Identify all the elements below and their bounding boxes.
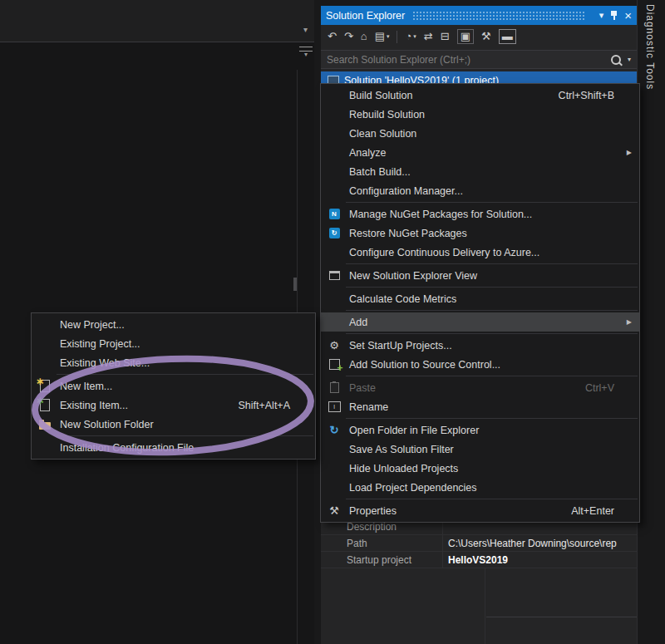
- solution-explorer-titlebar[interactable]: Solution Explorer ▾ ×: [321, 6, 637, 25]
- show-all-files-button[interactable]: ▬: [499, 29, 516, 44]
- menu-item-new-item[interactable]: ∗ New Item...: [32, 376, 315, 396]
- nuget-restore-icon-glyph: ↻: [329, 228, 340, 238]
- filter-dropdown-button[interactable]: ◔ ▾: [405, 31, 416, 42]
- sparkle-icon: ∗: [36, 395, 44, 406]
- diagnostic-tools-strip: Diagnostic Tools: [637, 0, 665, 644]
- menu-separator: [346, 418, 638, 419]
- properties-button[interactable]: ⚒: [481, 31, 491, 42]
- menu-separator: [346, 202, 638, 203]
- pane-divider: [486, 617, 637, 617]
- property-label: Startup project: [321, 552, 443, 568]
- menu-item-build-solution[interactable]: Build Solution Ctrl+Shift+B: [321, 86, 639, 105]
- menu-item-add[interactable]: Add ▶: [321, 312, 639, 332]
- collapse-all-button[interactable]: ⊟: [441, 31, 450, 42]
- back-button[interactable]: ↶: [328, 31, 337, 42]
- menu-item-calculate-code-metrics[interactable]: Calculate Code Metrics: [321, 289, 639, 308]
- new-view-icon: [327, 268, 342, 283]
- menu-separator: [346, 376, 638, 376]
- menu-item-configuration-manager[interactable]: Configuration Manager...: [321, 181, 639, 200]
- solution-explorer-toolbar: ↶ ↷ ⌂ ▤ ▾ ◔ ▾ ⇄ ⊟ ▣ ⚒ ▬: [321, 25, 637, 48]
- menu-item-existing-project[interactable]: Existing Project...: [32, 334, 315, 353]
- solution-context-menu: Build Solution Ctrl+Shift+B Rebuild Solu…: [320, 83, 640, 523]
- submenu-arrow-icon: ▶: [627, 149, 632, 156]
- vs-window: ▾ ▾ Solution Explorer ▾ × ↶ ↷ ⌂ ▤ ▾: [0, 0, 665, 644]
- menu-item-clean-solution[interactable]: Clean Solution: [321, 124, 639, 143]
- menu-separator: [57, 435, 313, 436]
- shortcut: Ctrl+V: [562, 382, 614, 394]
- menu-item-existing-web-site[interactable]: Existing Web Site...: [32, 353, 315, 372]
- views-icon: ▤: [375, 31, 385, 42]
- nuget-icon-glyph: N: [329, 209, 340, 219]
- menu-item-existing-item[interactable]: ∗ Existing Item... Shift+Alt+A: [32, 396, 315, 415]
- menu-item-add-solution-to-source-control[interactable]: Add Solution to Source Control...: [321, 355, 639, 374]
- scrollbar-thumb[interactable]: [293, 278, 297, 291]
- shortcut: Ctrl+Shift+B: [535, 90, 614, 101]
- search-input[interactable]: Search Solution Explorer (Ctrl+;) ▾: [321, 50, 637, 69]
- pane-divider: [485, 568, 485, 644]
- shortcut: Shift+Alt+A: [214, 400, 290, 411]
- open-folder-icon: ↻: [327, 423, 342, 437]
- forward-icon: ↷: [344, 31, 353, 42]
- menu-item-rebuild-solution[interactable]: Rebuild Solution: [321, 105, 639, 124]
- paste-icon: [327, 381, 342, 395]
- splitter-grip[interactable]: ▾: [299, 47, 313, 58]
- drag-handle-dots: [412, 11, 585, 21]
- property-value[interactable]: C:\Users\Heather Downing\source\rep: [443, 538, 637, 549]
- preview-selected-item-button[interactable]: ▣: [457, 29, 474, 44]
- menu-item-batch-build[interactable]: Batch Build...: [321, 162, 639, 181]
- menu-separator: [346, 499, 638, 499]
- new-item-icon: ∗: [37, 379, 52, 393]
- chevron-down-icon[interactable]: ▾: [628, 56, 631, 63]
- editor-top-strip: ▾: [0, 0, 314, 42]
- menu-item-manage-nuget-packages[interactable]: N Manage NuGet Packages for Solution...: [321, 204, 639, 224]
- menu-item-configure-continuous-delivery[interactable]: Configure Continuous Delivery to Azure..…: [321, 243, 639, 262]
- chevron-down-icon[interactable]: ▾: [303, 25, 308, 34]
- menu-item-analyze[interactable]: Analyze ▶: [321, 143, 639, 162]
- menu-separator: [346, 333, 638, 334]
- menu-item-load-project-dependencies[interactable]: Load Project Dependencies: [321, 478, 639, 497]
- panel-title: Solution Explorer: [326, 10, 405, 22]
- menu-item-new-solution-explorer-view[interactable]: New Solution Explorer View: [321, 266, 639, 285]
- nuget-icon: N: [327, 207, 342, 221]
- rename-icon: I: [327, 400, 342, 414]
- collapse-all-icon: ⊟: [441, 31, 450, 42]
- menu-item-rename[interactable]: I Rename: [321, 397, 639, 416]
- folder-icon: [37, 417, 52, 431]
- back-icon: ↶: [328, 31, 337, 42]
- nuget-restore-icon: ↻: [327, 226, 342, 240]
- chevron-down-icon: ▾: [599, 10, 604, 21]
- pin-icon: [610, 10, 618, 21]
- home-button[interactable]: ⌂: [361, 31, 367, 42]
- property-value[interactable]: HelloVS2019: [443, 554, 637, 566]
- menu-item-new-solution-folder[interactable]: New Solution Folder: [32, 415, 315, 434]
- menu-item-installation-configuration-file[interactable]: Installation Configuration File: [32, 438, 315, 457]
- wrench-icon: ⚒: [327, 504, 342, 518]
- sync-button[interactable]: ⇄: [424, 31, 433, 42]
- home-icon: ⌂: [361, 31, 367, 42]
- forward-button[interactable]: ↷: [344, 31, 353, 42]
- menu-item-new-project[interactable]: New Project...: [32, 315, 315, 334]
- add-submenu: New Project... Existing Project... Exist…: [31, 312, 316, 460]
- close-button[interactable]: ×: [624, 9, 632, 22]
- shortcut: Alt+Enter: [548, 505, 614, 517]
- wrench-icon: ⚒: [481, 31, 491, 42]
- submenu-arrow-icon: ▶: [627, 318, 632, 326]
- bar-icon: ▬: [502, 31, 513, 42]
- views-dropdown-button[interactable]: ▤ ▾: [375, 31, 390, 42]
- menu-item-paste[interactable]: Paste Ctrl+V: [321, 378, 639, 397]
- existing-item-icon: ∗: [37, 398, 52, 412]
- menu-item-set-startup-projects[interactable]: ⚙ Set StartUp Projects...: [321, 336, 639, 355]
- menu-item-open-folder-in-file-explorer[interactable]: ↻ Open Folder in File Explorer: [321, 420, 639, 440]
- menu-item-hide-unloaded-projects[interactable]: Hide Unloaded Projects: [321, 459, 639, 478]
- menu-item-save-as-solution-filter[interactable]: Save As Solution Filter: [321, 440, 639, 459]
- window-position-button[interactable]: ▾: [599, 10, 604, 21]
- sync-icon: ⇄: [424, 31, 433, 42]
- pin-button[interactable]: [610, 10, 618, 21]
- menu-item-restore-nuget-packages[interactable]: ↻ Restore NuGet Packages: [321, 224, 639, 243]
- menu-item-properties[interactable]: ⚒ Properties Alt+Enter: [321, 501, 639, 520]
- close-icon: ×: [624, 9, 632, 22]
- property-row: Path C:\Users\Heather Downing\source\rep: [321, 535, 637, 552]
- source-control-icon: [327, 357, 342, 371]
- filter-icon: ◔: [405, 31, 411, 42]
- tab-diagnostic-tools[interactable]: Diagnostic Tools: [644, 4, 656, 90]
